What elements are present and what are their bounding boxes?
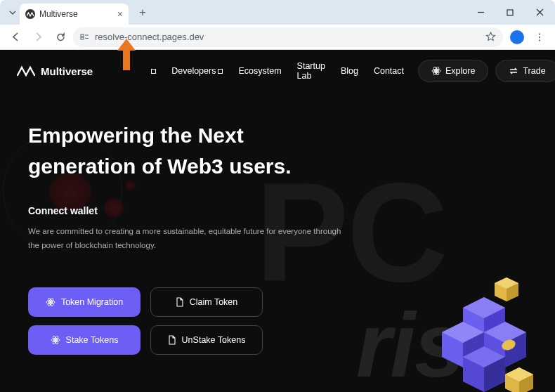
close-icon[interactable]: ×: [117, 8, 123, 20]
primary-nav: Developers Ecosystem Startup Lab Blog Co…: [149, 61, 404, 81]
site-settings-icon[interactable]: [80, 32, 89, 41]
site-header: Multiverse Developers Ecosystem Startup …: [0, 50, 555, 92]
browser-tab-strip: Multiverse × +: [0, 0, 555, 25]
tab-search-dropdown[interactable]: [6, 6, 20, 20]
square-icon: [218, 69, 223, 74]
logo[interactable]: Multiverse: [17, 65, 93, 77]
browser-toolbar: resolve-connect.pages.dev: [0, 25, 555, 50]
connect-wallet-heading: Connect wallet: [28, 205, 527, 216]
square-icon: [151, 69, 156, 74]
forward-button[interactable]: [28, 27, 48, 47]
svg-point-5: [539, 39, 540, 41]
menu-button[interactable]: [530, 27, 549, 47]
hero-title: Empowering the Next generation of Web3 u…: [28, 120, 527, 181]
trade-button[interactable]: Trade: [495, 60, 555, 82]
nav-item-startup-lab[interactable]: Startup Lab: [297, 61, 325, 81]
annotation-arrow-icon: [109, 35, 144, 77]
svg-rect-1: [81, 34, 84, 37]
atom-icon: [431, 66, 441, 76]
brand-name: Multiverse: [41, 65, 93, 77]
svg-point-3: [539, 33, 540, 34]
token-migration-button[interactable]: Token Migration: [28, 287, 141, 317]
svg-point-4: [539, 36, 540, 37]
nav-item-developers[interactable]: Developers: [171, 61, 223, 81]
close-window-button[interactable]: [530, 3, 549, 22]
explore-button[interactable]: Explore: [418, 60, 488, 82]
svg-point-10: [49, 301, 52, 303]
favicon-icon: [25, 9, 35, 19]
back-button[interactable]: [6, 27, 25, 47]
new-tab-button[interactable]: +: [134, 4, 151, 21]
nav-item-blog[interactable]: Blog: [341, 61, 358, 81]
hero-section: Empowering the Next generation of Web3 u…: [0, 92, 555, 252]
atom-icon: [46, 297, 56, 307]
svg-rect-0: [507, 10, 513, 15]
page-content: PC risk Multiverse Developers Ecosystem …: [0, 50, 555, 392]
swap-icon: [509, 66, 518, 76]
minimize-button[interactable]: [471, 3, 490, 22]
nav-item-0[interactable]: [149, 61, 156, 81]
svg-point-14: [54, 339, 57, 341]
nav-item-contact[interactable]: Contact: [374, 61, 404, 81]
unstake-tokens-button[interactable]: UnStake Tokens: [150, 325, 263, 355]
profile-avatar[interactable]: [510, 30, 524, 44]
nav-item-ecosystem[interactable]: Ecosystem: [238, 61, 281, 81]
document-icon: [168, 335, 176, 345]
document-icon: [176, 297, 184, 307]
star-icon[interactable]: [485, 32, 496, 42]
logo-icon: [17, 65, 35, 77]
stake-tokens-button[interactable]: Stake Tokens: [28, 325, 141, 355]
chevron-down-icon: [8, 8, 17, 17]
svg-point-6: [435, 70, 438, 72]
browser-tab[interactable]: Multiverse ×: [20, 4, 129, 25]
tab-title: Multiverse: [39, 9, 78, 19]
claim-token-button[interactable]: Claim Token: [150, 287, 263, 317]
cube-illustration: [407, 276, 537, 392]
hero-description: We are committed to creating a more sust…: [28, 225, 351, 252]
atom-icon: [51, 335, 60, 345]
svg-rect-2: [81, 37, 84, 39]
maximize-button[interactable]: [500, 3, 520, 22]
reload-button[interactable]: [51, 27, 70, 47]
